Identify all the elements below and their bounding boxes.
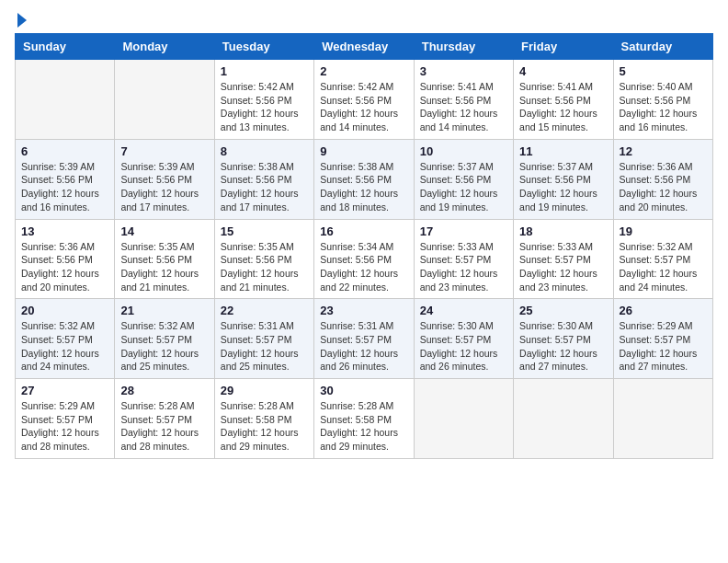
day-info: Sunrise: 5:28 AM Sunset: 5:58 PM Dayligh… [221, 399, 308, 454]
day-info: Sunrise: 5:34 AM Sunset: 5:56 PM Dayligh… [320, 240, 407, 294]
calendar-table: SundayMondayTuesdayWednesdayThursdayFrid… [15, 33, 713, 459]
day-number: 1 [221, 64, 308, 78]
day-info: Sunrise: 5:28 AM Sunset: 5:57 PM Dayligh… [120, 399, 208, 454]
weekday-header-friday: Friday [514, 34, 613, 60]
weekday-header-saturday: Saturday [613, 34, 712, 60]
day-info: Sunrise: 5:35 AM Sunset: 5:56 PM Dayligh… [221, 240, 308, 294]
day-number: 2 [320, 64, 407, 78]
weekday-header-monday: Monday [115, 34, 214, 60]
day-info: Sunrise: 5:38 AM Sunset: 5:56 PM Dayligh… [221, 160, 308, 214]
day-info: Sunrise: 5:29 AM Sunset: 5:57 PM Dayligh… [620, 319, 707, 373]
day-info: Sunrise: 5:33 AM Sunset: 5:57 PM Dayligh… [519, 240, 607, 294]
calendar-day-cell: 21Sunrise: 5:32 AM Sunset: 5:57 PM Dayli… [115, 299, 214, 379]
calendar-day-cell: 15Sunrise: 5:35 AM Sunset: 5:56 PM Dayli… [214, 219, 313, 299]
calendar-week-row: 20Sunrise: 5:32 AM Sunset: 5:57 PM Dayli… [16, 299, 713, 379]
day-info: Sunrise: 5:37 AM Sunset: 5:56 PM Dayligh… [519, 160, 607, 214]
calendar-day-cell: 17Sunrise: 5:33 AM Sunset: 5:57 PM Dayli… [414, 219, 513, 299]
day-info: Sunrise: 5:38 AM Sunset: 5:56 PM Dayligh… [320, 160, 407, 214]
day-number: 7 [120, 144, 208, 158]
calendar-day-cell: 13Sunrise: 5:36 AM Sunset: 5:56 PM Dayli… [16, 219, 115, 299]
calendar-day-cell: 12Sunrise: 5:36 AM Sunset: 5:56 PM Dayli… [613, 139, 712, 219]
day-number: 17 [420, 224, 507, 238]
day-info: Sunrise: 5:30 AM Sunset: 5:57 PM Dayligh… [519, 319, 607, 373]
day-info: Sunrise: 5:39 AM Sunset: 5:56 PM Dayligh… [21, 160, 108, 214]
logo-arrow-icon [17, 13, 27, 28]
calendar-day-cell: 5Sunrise: 5:40 AM Sunset: 5:56 PM Daylig… [613, 60, 712, 140]
calendar-week-row: 6Sunrise: 5:39 AM Sunset: 5:56 PM Daylig… [16, 139, 713, 219]
calendar-week-row: 27Sunrise: 5:29 AM Sunset: 5:57 PM Dayli… [16, 379, 713, 459]
calendar-day-cell: 7Sunrise: 5:39 AM Sunset: 5:56 PM Daylig… [115, 139, 214, 219]
weekday-header-thursday: Thursday [414, 34, 513, 60]
day-number: 27 [21, 384, 108, 397]
day-number: 10 [420, 144, 507, 158]
calendar-day-cell: 1Sunrise: 5:42 AM Sunset: 5:56 PM Daylig… [214, 60, 313, 140]
calendar-day-cell: 11Sunrise: 5:37 AM Sunset: 5:56 PM Dayli… [514, 139, 613, 219]
calendar-day-cell: 3Sunrise: 5:41 AM Sunset: 5:56 PM Daylig… [414, 60, 513, 140]
calendar-week-row: 13Sunrise: 5:36 AM Sunset: 5:56 PM Dayli… [16, 219, 713, 299]
day-number: 18 [519, 224, 607, 238]
day-number: 21 [120, 304, 208, 317]
day-info: Sunrise: 5:41 AM Sunset: 5:56 PM Dayligh… [420, 80, 507, 134]
day-number: 15 [221, 224, 308, 238]
calendar-day-cell: 6Sunrise: 5:39 AM Sunset: 5:56 PM Daylig… [16, 139, 115, 219]
calendar-day-cell: 28Sunrise: 5:28 AM Sunset: 5:57 PM Dayli… [115, 379, 214, 459]
day-info: Sunrise: 5:30 AM Sunset: 5:57 PM Dayligh… [420, 319, 507, 373]
day-number: 14 [120, 224, 208, 238]
day-info: Sunrise: 5:32 AM Sunset: 5:57 PM Dayligh… [21, 319, 108, 373]
day-info: Sunrise: 5:42 AM Sunset: 5:56 PM Dayligh… [221, 80, 308, 134]
day-number: 9 [320, 144, 407, 158]
day-number: 11 [519, 144, 607, 158]
day-number: 6 [21, 144, 108, 158]
day-number: 25 [519, 304, 607, 317]
day-info: Sunrise: 5:40 AM Sunset: 5:56 PM Dayligh… [620, 80, 707, 134]
calendar-day-cell: 22Sunrise: 5:31 AM Sunset: 5:57 PM Dayli… [214, 299, 313, 379]
day-number: 28 [120, 384, 208, 397]
day-number: 5 [620, 64, 707, 78]
page-header [15, 15, 713, 24]
day-number: 20 [21, 304, 108, 317]
calendar-day-cell: 23Sunrise: 5:31 AM Sunset: 5:57 PM Dayli… [314, 299, 414, 379]
calendar-day-cell [613, 379, 712, 459]
calendar-day-cell: 18Sunrise: 5:33 AM Sunset: 5:57 PM Dayli… [514, 219, 613, 299]
logo [15, 15, 27, 24]
weekday-header-sunday: Sunday [16, 34, 115, 60]
calendar-day-cell [514, 379, 613, 459]
day-number: 12 [620, 144, 707, 158]
calendar-day-cell: 27Sunrise: 5:29 AM Sunset: 5:57 PM Dayli… [16, 379, 115, 459]
calendar-week-row: 1Sunrise: 5:42 AM Sunset: 5:56 PM Daylig… [16, 60, 713, 140]
calendar-day-cell: 20Sunrise: 5:32 AM Sunset: 5:57 PM Dayli… [16, 299, 115, 379]
day-info: Sunrise: 5:29 AM Sunset: 5:57 PM Dayligh… [21, 399, 108, 454]
calendar-day-cell [414, 379, 513, 459]
day-info: Sunrise: 5:33 AM Sunset: 5:57 PM Dayligh… [420, 240, 507, 294]
calendar-day-cell: 16Sunrise: 5:34 AM Sunset: 5:56 PM Dayli… [314, 219, 414, 299]
calendar-day-cell [115, 60, 214, 140]
day-info: Sunrise: 5:42 AM Sunset: 5:56 PM Dayligh… [320, 80, 407, 134]
weekday-header-wednesday: Wednesday [314, 34, 414, 60]
calendar-day-cell: 26Sunrise: 5:29 AM Sunset: 5:57 PM Dayli… [613, 299, 712, 379]
day-number: 13 [21, 224, 108, 238]
calendar-day-cell: 14Sunrise: 5:35 AM Sunset: 5:56 PM Dayli… [115, 219, 214, 299]
day-info: Sunrise: 5:32 AM Sunset: 5:57 PM Dayligh… [620, 240, 707, 294]
calendar-day-cell: 8Sunrise: 5:38 AM Sunset: 5:56 PM Daylig… [214, 139, 313, 219]
calendar-day-cell: 2Sunrise: 5:42 AM Sunset: 5:56 PM Daylig… [314, 60, 414, 140]
weekday-header-tuesday: Tuesday [214, 34, 313, 60]
day-info: Sunrise: 5:37 AM Sunset: 5:56 PM Dayligh… [420, 160, 507, 214]
day-info: Sunrise: 5:28 AM Sunset: 5:58 PM Dayligh… [320, 399, 407, 454]
day-info: Sunrise: 5:41 AM Sunset: 5:56 PM Dayligh… [519, 80, 607, 134]
day-number: 26 [620, 304, 707, 317]
day-info: Sunrise: 5:39 AM Sunset: 5:56 PM Dayligh… [120, 160, 208, 214]
day-info: Sunrise: 5:35 AM Sunset: 5:56 PM Dayligh… [120, 240, 208, 294]
day-number: 23 [320, 304, 407, 317]
calendar-day-cell: 24Sunrise: 5:30 AM Sunset: 5:57 PM Dayli… [414, 299, 513, 379]
day-info: Sunrise: 5:31 AM Sunset: 5:57 PM Dayligh… [221, 319, 308, 373]
day-number: 19 [620, 224, 707, 238]
day-number: 3 [420, 64, 507, 78]
day-info: Sunrise: 5:36 AM Sunset: 5:56 PM Dayligh… [620, 160, 707, 214]
calendar-day-cell: 10Sunrise: 5:37 AM Sunset: 5:56 PM Dayli… [414, 139, 513, 219]
calendar-day-cell: 30Sunrise: 5:28 AM Sunset: 5:58 PM Dayli… [314, 379, 414, 459]
day-number: 8 [221, 144, 308, 158]
day-number: 30 [320, 384, 407, 397]
day-number: 24 [420, 304, 507, 317]
calendar-day-cell: 4Sunrise: 5:41 AM Sunset: 5:56 PM Daylig… [514, 60, 613, 140]
calendar-day-cell [16, 60, 115, 140]
